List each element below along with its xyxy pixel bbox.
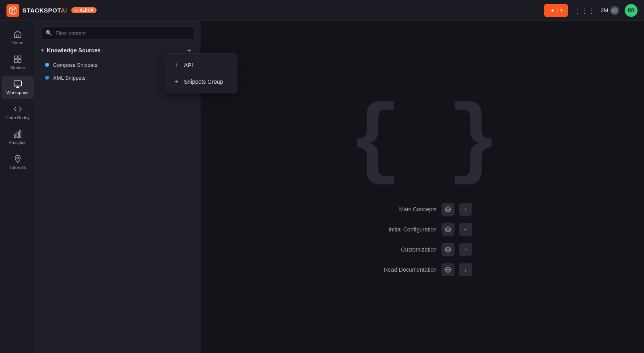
xml-snippets-dot [45, 76, 49, 80]
svg-rect-9 [14, 134, 16, 137]
topbar-left: STACKSPOTAI ALPHA [6, 4, 97, 17]
svg-rect-7 [18, 60, 21, 62]
dropdown-api-label: API [184, 62, 193, 68]
compose-snippets-label: Compose Snippets [53, 62, 97, 68]
sidebar-search[interactable]: 🔍 [41, 27, 194, 39]
tutorials-label: Tutorials [9, 165, 26, 170]
dropdown-popup: ＋ API ＋ Snippets Group [165, 53, 237, 93]
workspace-label: Workspace [6, 90, 29, 95]
left-nav: Home Studios Workspace Code Buddy [0, 21, 35, 353]
main-layout: Home Studios Workspace Code Buddy [0, 21, 644, 353]
code-buddy-icon [13, 105, 22, 114]
search-input[interactable] [56, 30, 190, 36]
home-label: Home [12, 40, 23, 45]
dropdown-item-api[interactable]: ＋ API [169, 57, 234, 73]
action-row-read-documentation: Read Documentation ↓ [372, 263, 472, 276]
section-title: Knowledge Sources [47, 47, 101, 54]
customization-label: Customization [372, 246, 437, 253]
dropdown-plus-api-icon: ＋ [173, 61, 180, 69]
svg-rect-4 [14, 56, 17, 59]
read-docs-arrow-button[interactable]: ↓ [459, 263, 472, 276]
alpha-dot [74, 9, 78, 12]
code-buddy-label: Code Buddy [5, 115, 30, 120]
read-documentation-label: Read Documentation [372, 266, 437, 273]
customization-globe-button[interactable] [442, 243, 454, 256]
add-icon: ＋ [550, 7, 555, 14]
sidebar-item-tutorials[interactable]: Tutorials [2, 151, 34, 174]
dropdown-item-snippets-group[interactable]: ＋ Snippets Group [169, 73, 234, 90]
read-docs-globe-button[interactable] [442, 263, 454, 276]
customization-arrow-button[interactable]: → [459, 243, 472, 256]
initial-configuration-label: Initial Configuration [372, 226, 437, 233]
action-links: Main Concepts ↑ Initial Configuration [372, 203, 472, 276]
chevron-down-icon: ▾ [41, 47, 43, 53]
logo-text: STACKSPOTAI [23, 7, 67, 14]
analytics-label: Analytics [8, 140, 26, 145]
svg-rect-10 [17, 132, 19, 137]
compose-snippets-dot [45, 63, 49, 67]
initial-config-arrow-button[interactable]: ← [459, 223, 472, 236]
workspace-icon [13, 80, 22, 89]
svg-rect-11 [19, 131, 21, 138]
topbar-right: ＋ ▾ ⋮⋮⋮ 2M RR [544, 4, 638, 17]
logo: STACKSPOTAI [6, 4, 67, 17]
logo-icon [6, 4, 19, 17]
tutorials-icon [13, 155, 22, 163]
credits-icon [610, 6, 619, 15]
initial-config-globe-button[interactable] [442, 223, 454, 236]
dropdown-snippets-group-label: Snippets Group [184, 78, 223, 85]
chevron-icon: ▾ [557, 8, 562, 12]
main-concepts-label: Main Concepts [372, 206, 437, 213]
sidebar-item-home[interactable]: Home [2, 26, 34, 49]
action-row-initial-configuration: Initial Configuration ← [372, 223, 472, 236]
grid-icon[interactable]: ⋮⋮⋮ [574, 6, 595, 15]
svg-rect-5 [18, 56, 21, 59]
alpha-badge: ALPHA [71, 7, 97, 13]
credits-badge: 2M [601, 6, 619, 15]
dropdown-plus-snippets-icon: ＋ [173, 77, 180, 86]
sidebar-item-studios[interactable]: Studios [2, 51, 34, 74]
xml-snippets-label: XML Snippets [53, 75, 85, 81]
svg-rect-8 [14, 81, 21, 86]
add-button[interactable]: ＋ ▾ [544, 4, 568, 17]
main-content: { } Main Concepts ↑ Initial Configuratio… [200, 21, 644, 353]
sidebar-item-analytics[interactable]: Analytics [2, 126, 34, 149]
curly-braces-decoration: { } [349, 98, 496, 187]
search-icon: 🔍 [45, 30, 52, 36]
avatar[interactable]: RR [625, 4, 638, 17]
action-row-main-concepts: Main Concepts ↑ [372, 203, 472, 216]
analytics-icon [13, 130, 22, 138]
sidebar-item-workspace[interactable]: Workspace [2, 76, 34, 99]
topbar: STACKSPOTAI ALPHA ＋ ▾ ⋮⋮⋮ 2M RR [0, 0, 644, 21]
svg-point-12 [17, 157, 19, 159]
studios-label: Studios [10, 65, 25, 70]
main-concepts-arrow-button[interactable]: ↑ [459, 203, 472, 216]
svg-rect-3 [17, 35, 19, 37]
svg-rect-6 [14, 60, 17, 62]
center-area: { } Main Concepts ↑ Initial Configuratio… [349, 98, 496, 276]
studios-icon [13, 55, 22, 64]
action-row-customization: Customization → [372, 243, 472, 256]
home-icon [13, 30, 22, 39]
main-concepts-globe-button[interactable] [442, 203, 454, 216]
sidebar-item-code-buddy[interactable]: Code Buddy [2, 101, 34, 124]
